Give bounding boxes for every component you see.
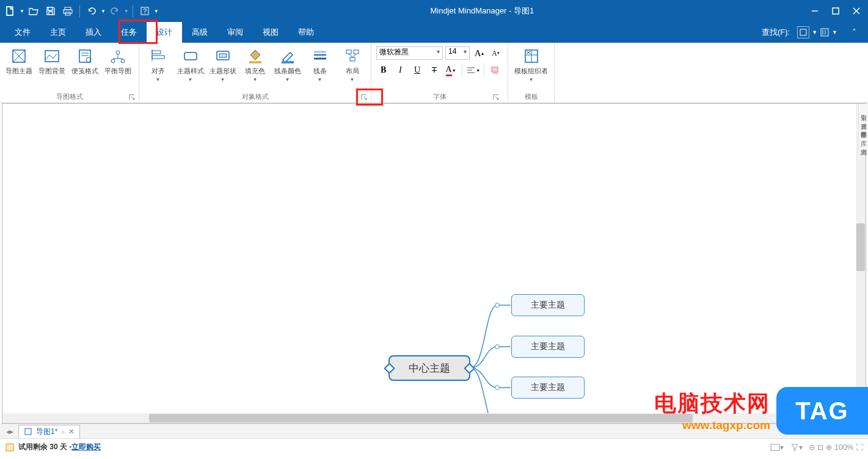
map-bg-button[interactable]: 导图背景 (37, 45, 67, 77)
ribbon-tabs: 文件 主页 插入 任务 设计 高级 审阅 视图 帮助 查找(F): ▼ ▼ ˄ (0, 22, 868, 43)
sidepanel-index[interactable]: 索引 (859, 107, 867, 112)
italic-button[interactable]: I (393, 63, 408, 77)
sidepanel-browse[interactable]: 浏览 (859, 142, 867, 146)
obj-format-launcher[interactable] (360, 93, 368, 101)
align-button[interactable]: 对齐▼ (143, 45, 173, 85)
tab-view[interactable]: 视图 (253, 22, 288, 43)
align-icon (150, 48, 167, 65)
svg-line-42 (352, 54, 356, 57)
filter-button[interactable]: ▾ (789, 441, 804, 454)
svg-rect-39 (354, 50, 359, 54)
balance-icon (109, 48, 126, 65)
connector-dot (495, 303, 500, 308)
maximize-button[interactable] (826, 3, 845, 19)
template-org-button[interactable]: 模板组织者▼ (512, 45, 550, 85)
tab-home[interactable]: 主页 (40, 22, 76, 43)
tab-file[interactable]: 文件 (5, 22, 40, 43)
document-tabs: ◂▸ 导图1* ⟐ ✕ (0, 424, 868, 438)
memo-format-button[interactable]: 便笺格式 (70, 45, 100, 77)
tab-task[interactable]: 任务 (111, 22, 147, 43)
tab-design[interactable]: 设计 (147, 22, 182, 43)
map-format-launcher[interactable] (128, 93, 136, 101)
map-canvas[interactable]: 中心主题 主要主题 主要主题 主要主题 主要主题 (2, 103, 866, 424)
font-launcher[interactable] (492, 93, 500, 101)
tab-insert[interactable]: 插入 (76, 22, 111, 43)
save-button[interactable] (43, 3, 59, 19)
document-tab[interactable]: 导图1* ⟐ ✕ (18, 425, 80, 438)
help-button[interactable]: ? (137, 3, 153, 19)
tab-review[interactable]: 审阅 (217, 22, 253, 43)
search-toggle[interactable]: ▼ ▼ (797, 26, 837, 38)
linecolor-icon (279, 48, 296, 65)
horizontal-scrollbar[interactable] (2, 413, 856, 423)
grow-font-button[interactable]: A▴ (472, 46, 486, 60)
connector-dot (495, 344, 500, 349)
vscroll-thumb[interactable] (856, 223, 865, 271)
tab-help[interactable]: 帮助 (288, 22, 324, 43)
balance-map-button[interactable]: 平衡导图 (103, 45, 133, 77)
sidepanel-resource[interactable]: 资源 (859, 116, 867, 121)
topic-style-button[interactable]: 主题样式▼ (175, 45, 205, 85)
memo-icon (76, 48, 93, 65)
svg-rect-7 (833, 8, 839, 14)
sidepanel-parts[interactable]: 导图部件 (859, 125, 867, 129)
bg-icon (43, 48, 60, 65)
print-button[interactable] (60, 3, 76, 19)
strike-button[interactable]: T̶ (427, 63, 442, 77)
topic-shape-button[interactable]: 主题形状▼ (208, 45, 238, 85)
map-theme-button[interactable]: 导图主题 (4, 45, 34, 77)
text-align-button[interactable]: ▼ (466, 63, 481, 77)
open-button[interactable] (26, 3, 42, 19)
layout-button[interactable]: 布局▼ (337, 45, 367, 85)
font-size-select[interactable]: 14 (445, 46, 469, 60)
view-mode-button[interactable]: ▾ (770, 441, 784, 454)
sidepanel-library[interactable]: 库 (859, 133, 867, 138)
close-tab-button[interactable]: ✕ (68, 427, 75, 436)
svg-point-22 (116, 51, 120, 54)
buy-now-link[interactable]: 立即购买 (71, 442, 101, 452)
tab-advanced[interactable]: 高级 (182, 22, 217, 43)
close-button[interactable] (847, 3, 866, 19)
svg-rect-46 (492, 67, 498, 72)
document-tab-label: 导图1* (36, 427, 57, 437)
vertical-scrollbar[interactable] (856, 104, 866, 423)
svg-rect-55 (771, 444, 779, 450)
main-topic-1[interactable]: 主要主题 (511, 294, 585, 316)
main-topic-2[interactable]: 主要主题 (511, 336, 585, 358)
svg-rect-33 (249, 61, 261, 63)
fill-color-button[interactable]: 填充色▼ (240, 45, 270, 85)
new-doc-button[interactable] (2, 3, 18, 19)
side-panel: 索引 资源 导图部件 库 浏览 (858, 104, 868, 150)
shape-icon (214, 48, 232, 65)
undo-button[interactable] (84, 3, 100, 19)
line-color-button[interactable]: 线条颜色▼ (272, 45, 302, 85)
collapse-ribbon-button[interactable]: ˄ (845, 24, 863, 40)
zoom-controls[interactable]: ⊖ ⊡ ⊕ 100% ⛶ (809, 443, 863, 452)
font-color-button[interactable]: A▼ (443, 63, 458, 77)
ribbon: 导图主题 导图背景 便笺格式 平衡导图 导图格式 对齐▼ 主题样式▼ 主题形状▼… (0, 43, 868, 103)
underline-button[interactable]: U (410, 63, 425, 77)
line-button[interactable]: 线条▼ (305, 45, 335, 85)
svg-rect-54 (6, 444, 13, 451)
central-topic[interactable]: 中心主题 (388, 355, 470, 381)
filter-icon (797, 26, 809, 38)
quick-access-toolbar: ▼ ▼ ▼ ? ▼ (2, 3, 159, 19)
shrink-font-button[interactable]: A▾ (489, 46, 503, 60)
font-name-select[interactable]: 微软雅黑 (376, 46, 443, 60)
svg-rect-18 (79, 50, 90, 62)
clear-format-button[interactable] (488, 63, 503, 77)
redo-button[interactable] (107, 3, 123, 19)
zoom-in-icon[interactable]: ⊕ (826, 443, 832, 452)
hscroll-thumb[interactable] (149, 414, 693, 422)
minimize-button[interactable] (806, 3, 824, 19)
new-tab-button[interactable]: ◂▸ (4, 425, 16, 438)
zoom-out-icon[interactable]: ⊖ (809, 443, 815, 452)
fullscreen-icon[interactable]: ⛶ (856, 443, 863, 452)
doc-icon (24, 427, 32, 436)
main-topic-3[interactable]: 主要主题 (511, 377, 585, 399)
pin-icon[interactable]: ⟐ (61, 428, 65, 435)
bold-button[interactable]: B (376, 63, 391, 77)
svg-rect-34 (282, 61, 294, 63)
zoom-fit-icon[interactable]: ⊡ (817, 443, 823, 452)
svg-point-25 (111, 59, 115, 63)
